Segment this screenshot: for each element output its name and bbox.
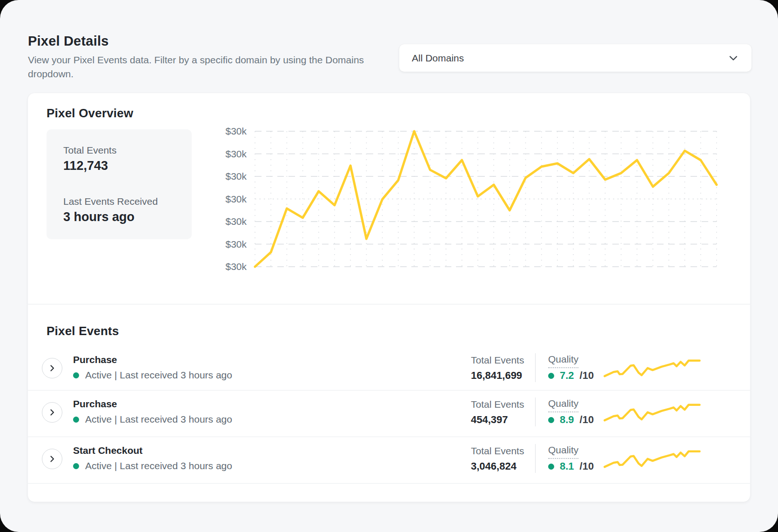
svg-text:$30k: $30k xyxy=(225,216,247,227)
row-divider xyxy=(28,483,750,484)
event-row: Purchase Active | Last received 3 hours … xyxy=(28,346,750,390)
quality-dot-icon xyxy=(548,417,554,423)
status-dot-icon xyxy=(73,372,79,378)
total-events-count: 16,841,699 xyxy=(471,370,522,382)
section-divider xyxy=(28,304,750,304)
quality-score: 8.9 xyxy=(560,414,574,426)
chevron-right-icon xyxy=(48,364,56,372)
quality-dot-icon xyxy=(548,373,554,379)
total-events-column-label: Total Events xyxy=(471,445,524,457)
total-events-column-label: Total Events xyxy=(471,355,524,366)
column-divider xyxy=(535,353,536,382)
total-events-count: 3,046,824 xyxy=(471,460,516,472)
total-events-value: 112,743 xyxy=(63,159,108,173)
status-dot-icon xyxy=(73,417,79,423)
expand-row-button[interactable] xyxy=(42,402,62,423)
svg-text:$30k: $30k xyxy=(225,239,247,249)
event-status-text: Active | Last received 3 hours ago xyxy=(85,460,232,471)
last-events-value: 3 hours ago xyxy=(63,210,134,224)
svg-text:$30k: $30k xyxy=(225,171,247,182)
svg-text:$30k: $30k xyxy=(225,194,247,204)
quality-score: 7.2 xyxy=(560,370,574,382)
domains-dropdown-value: All Domains xyxy=(412,53,464,64)
expand-row-button[interactable] xyxy=(42,449,62,469)
last-events-label: Last Events Received xyxy=(63,196,158,207)
svg-text:$30k: $30k xyxy=(225,261,247,272)
column-divider xyxy=(535,397,536,426)
total-events-count: 454,397 xyxy=(471,414,508,426)
quality-column-label[interactable]: Quality xyxy=(548,398,578,412)
event-row: Start Checkout Active | Last received 3 … xyxy=(28,437,750,481)
page-root: Pixel Details View your Pixel Events dat… xyxy=(0,0,778,532)
quality-score: 8.1 xyxy=(560,460,574,472)
quality-dot-icon xyxy=(548,464,554,470)
events-heading: Pixel Events xyxy=(47,324,119,338)
column-divider xyxy=(535,444,536,473)
page-subtitle: View your Pixel Events data. Filter by a… xyxy=(28,53,382,81)
event-status-text: Active | Last received 3 hours ago xyxy=(85,414,232,425)
svg-text:$30k: $30k xyxy=(225,148,247,159)
event-name: Start Checkout xyxy=(73,445,142,456)
expand-row-button[interactable] xyxy=(42,358,62,378)
events-line-chart: $30k$30k$30k$30k$30k$30k$30k xyxy=(218,122,720,276)
quality-column-label[interactable]: Quality xyxy=(548,444,578,459)
event-name: Purchase xyxy=(73,398,117,410)
event-sparkline xyxy=(603,397,703,427)
total-events-label: Total Events xyxy=(63,145,116,156)
status-dot-icon xyxy=(73,463,79,469)
quality-max: /10 xyxy=(580,370,594,382)
page-title: Pixel Details xyxy=(28,34,108,49)
event-row: Purchase Active | Last received 3 hours … xyxy=(28,390,750,434)
chevron-right-icon xyxy=(48,409,56,416)
chevron-right-icon xyxy=(48,455,56,463)
event-sparkline xyxy=(603,353,703,383)
quality-column-label[interactable]: Quality xyxy=(548,354,578,368)
event-sparkline xyxy=(603,444,703,473)
overview-heading: Pixel Overview xyxy=(47,106,133,121)
total-events-column-label: Total Events xyxy=(471,399,524,410)
quality-max: /10 xyxy=(580,460,594,472)
chevron-down-icon xyxy=(728,53,738,63)
pixel-card: Pixel Overview Total Events 112,743 Last… xyxy=(28,93,750,502)
svg-text:$30k: $30k xyxy=(225,126,247,136)
domains-dropdown[interactable]: All Domains xyxy=(399,44,751,72)
quality-max: /10 xyxy=(580,414,594,426)
event-status-text: Active | Last received 3 hours ago xyxy=(85,370,232,381)
overview-stats-box: Total Events 112,743 Last Events Receive… xyxy=(47,129,192,239)
event-name: Purchase xyxy=(73,354,117,365)
